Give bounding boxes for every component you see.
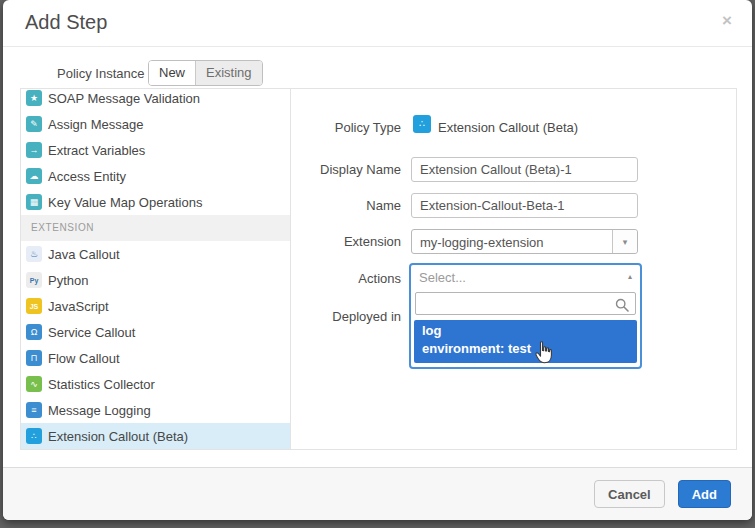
dialog-footer: Cancel Add <box>3 467 752 520</box>
policy-item-label: JavaScript <box>48 299 109 314</box>
policy-item-extension-callout-beta[interactable]: ∴ Extension Callout (Beta) <box>21 423 290 449</box>
add-step-dialog: Add Step × Policy Instance New Existing … <box>3 0 752 520</box>
policy-item-label: Extract Variables <box>48 143 145 158</box>
policy-item-label: Python <box>48 273 88 288</box>
deployed-in-label: Deployed in <box>221 309 401 324</box>
policy-instance-toggle: New Existing <box>148 60 263 86</box>
policy-type-value: Extension Callout (Beta) <box>438 120 578 135</box>
close-icon[interactable]: × <box>722 12 732 29</box>
policy-item-label: Access Entity <box>48 169 126 184</box>
screen-backdrop: Add Step × Policy Instance New Existing … <box>0 0 755 528</box>
statistics-collector-icon: ∿ <box>26 376 42 392</box>
name-field[interactable] <box>411 193 638 218</box>
message-logging-icon: ≡ <box>26 402 42 418</box>
actions-search-input[interactable] <box>415 292 636 315</box>
display-name-field[interactable] <box>411 157 638 182</box>
dialog-content: ★ SOAP Message Validation ✎ Assign Messa… <box>20 88 737 450</box>
policy-item-label: Service Callout <box>48 325 135 340</box>
policy-item-message-logging[interactable]: ≡ Message Logging <box>21 397 290 423</box>
policy-instance-label: Policy Instance <box>57 66 144 81</box>
actions-select[interactable]: Select... ▴ <box>411 265 640 289</box>
extension-callout-icon: ∴ <box>26 428 42 444</box>
dialog-header: Add Step × <box>3 0 752 47</box>
policy-item-soap-message-validation[interactable]: ★ SOAP Message Validation <box>21 89 290 111</box>
extract-variables-icon: → <box>26 142 42 158</box>
option-name: log <box>422 322 629 340</box>
assign-message-icon: ✎ <box>26 116 42 132</box>
actions-label: Actions <box>221 271 401 286</box>
chevron-up-icon: ▴ <box>628 272 632 281</box>
policy-item-label: Message Logging <box>48 403 151 418</box>
key-value-map-operations-icon: ▦ <box>26 194 42 210</box>
extension-callout-icon: ∴ <box>413 115 431 133</box>
extension-select-value: my-logging-extension <box>420 235 544 250</box>
policy-item-flow-callout[interactable]: ⊓ Flow Callout <box>21 345 290 371</box>
access-entity-icon: ☁ <box>26 168 42 184</box>
actions-dropdown: Select... ▴ log environment: test <box>409 263 642 369</box>
policy-item-label: SOAP Message Validation <box>48 91 200 106</box>
policy-item-label: Flow Callout <box>48 351 120 366</box>
display-name-label: Display Name <box>221 162 401 177</box>
option-detail: environment: test <box>422 340 629 358</box>
extension-label: Extension <box>221 234 401 249</box>
flow-callout-icon: ⊓ <box>26 350 42 366</box>
policy-item-label: Statistics Collector <box>48 377 155 392</box>
policy-type-label: Policy Type <box>221 120 401 135</box>
policy-item-label: Key Value Map Operations <box>48 195 202 210</box>
add-button[interactable]: Add <box>678 480 731 508</box>
name-label: Name <box>221 198 401 213</box>
policy-item-statistics-collector[interactable]: ∿ Statistics Collector <box>21 371 290 397</box>
soap-message-validation-icon: ★ <box>26 90 42 106</box>
toggle-existing-button[interactable]: Existing <box>195 61 262 85</box>
toggle-new-button[interactable]: New <box>149 61 195 85</box>
service-callout-icon: Ω <box>26 324 42 340</box>
java-callout-icon: ♨ <box>26 246 42 262</box>
dialog-title: Add Step <box>25 11 107 34</box>
javascript-icon: JS <box>26 298 42 314</box>
policy-item-label: Extension Callout (Beta) <box>48 429 188 444</box>
extension-select[interactable]: my-logging-extension ▾ <box>411 229 638 254</box>
actions-option-log[interactable]: log environment: test <box>414 320 637 363</box>
policy-item-label: Java Callout <box>48 247 120 262</box>
policy-list: ★ SOAP Message Validation ✎ Assign Messa… <box>21 89 291 449</box>
chevron-down-icon[interactable]: ▾ <box>612 230 637 253</box>
policy-item-label: Assign Message <box>48 117 143 132</box>
python-icon: Py <box>26 272 42 288</box>
cancel-button[interactable]: Cancel <box>594 480 665 508</box>
actions-select-placeholder: Select... <box>419 270 466 285</box>
policy-item-extract-variables[interactable]: → Extract Variables <box>21 137 290 163</box>
